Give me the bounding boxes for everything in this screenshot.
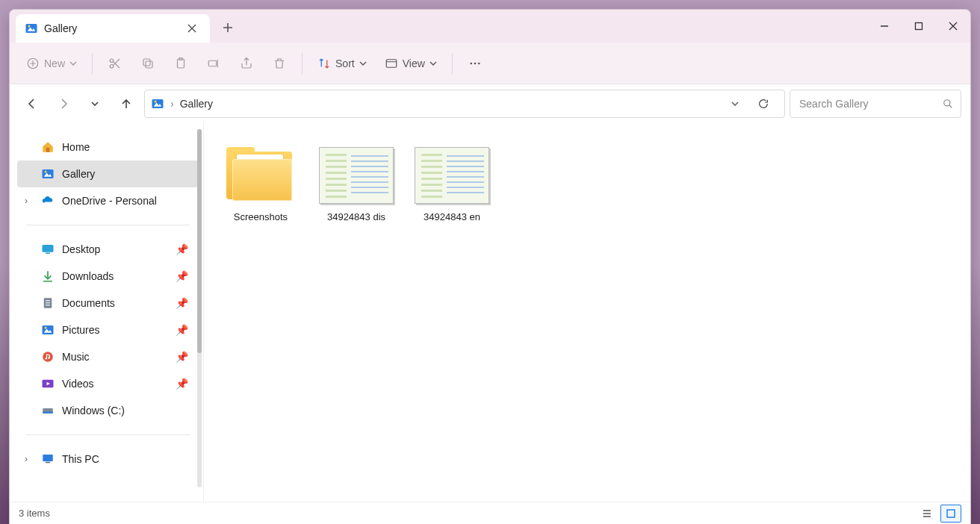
new-tab-button[interactable] [214,14,241,41]
search-box[interactable] [790,90,961,118]
svg-rect-10 [179,57,183,60]
image-item[interactable]: 34924843 en [409,141,495,227]
window-minimize-button[interactable] [867,10,902,43]
tab-close-button[interactable] [183,19,201,37]
address-bar[interactable]: › Gallery [144,90,785,118]
sidebar-item-label: Pictures [62,324,100,336]
image-thumbnail [317,146,395,205]
music-icon [41,350,55,364]
window-close-button[interactable] [936,10,970,43]
svg-point-35 [48,357,49,358]
details-view-button[interactable] [917,505,937,523]
sidebar-item-downloads[interactable]: Downloads 📌 [17,263,199,290]
file-explorer-window: Gallery New Sort [9,9,971,524]
folder-item[interactable]: Screenshots [217,141,304,227]
copy-button[interactable] [133,50,163,77]
tab-title: Gallery [44,22,183,34]
window-maximize-button[interactable] [902,10,936,43]
pictures-icon [41,323,55,337]
recent-locations-button[interactable] [81,90,108,117]
tab-bar: Gallery [10,10,970,43]
sidebar-item-desktop[interactable]: Desktop 📌 [17,236,199,263]
svg-rect-27 [46,300,50,301]
svg-point-19 [944,100,950,106]
tab-gallery[interactable]: Gallery [16,14,210,43]
share-icon [240,57,253,70]
breadcrumb-separator-icon: › [170,98,174,110]
plus-circle-icon [26,57,40,70]
sidebar-item-music[interactable]: Music 📌 [17,343,199,370]
refresh-button[interactable] [757,98,778,110]
pin-icon: 📌 [176,270,188,282]
sidebar-item-home[interactable]: Home [17,134,199,160]
view-icon [385,57,398,70]
svg-point-5 [110,59,114,63]
svg-rect-40 [43,455,53,461]
svg-rect-28 [46,302,50,303]
sidebar-item-label: This PC [62,453,99,465]
back-button[interactable] [19,90,46,117]
chevron-down-icon [359,60,367,67]
pin-icon: 📌 [176,297,188,309]
command-bar: New Sort View [10,43,970,84]
svg-rect-9 [178,59,184,68]
svg-rect-29 [46,305,50,305]
share-button[interactable] [232,50,261,77]
sidebar-item-label: Home [62,141,90,153]
image-thumbnail [413,146,491,205]
svg-point-2 [28,25,31,28]
svg-rect-24 [43,245,54,252]
sidebar-item-label: Desktop [62,243,100,255]
sidebar-divider [26,225,190,225]
chevron-down-icon [69,60,77,67]
sidebar-item-onedrive[interactable]: › OneDrive - Personal [17,187,199,214]
view-label: View [403,57,425,69]
more-button[interactable] [460,50,490,77]
sidebar-scrollbar-thumb[interactable] [197,129,202,353]
window-controls [867,10,970,43]
sidebar-item-videos[interactable]: Videos 📌 [17,370,199,397]
expand-icon[interactable]: › [25,196,28,206]
sidebar-item-label: Gallery [62,168,95,180]
expand-icon[interactable]: › [25,454,28,464]
rename-button[interactable] [199,50,229,77]
gallery-icon [151,97,164,110]
paste-button[interactable] [166,50,196,77]
explorer-body: Home Gallery › OneDrive - Personal Deskt… [10,123,970,502]
svg-rect-25 [46,253,50,255]
this-pc-icon [41,452,55,466]
sidebar-item-drive-c[interactable]: Windows (C:) [17,397,199,424]
status-count: 3 items [19,508,50,519]
sidebar-item-pictures[interactable]: Pictures 📌 [17,316,199,343]
svg-rect-8 [143,59,150,66]
svg-rect-30 [43,325,54,334]
sidebar-item-gallery[interactable]: Gallery [17,160,199,187]
sidebar-item-this-pc[interactable]: › This PC [17,446,199,472]
drive-icon [41,404,55,417]
downloads-icon [41,269,55,283]
toolbar-separator [92,53,93,74]
breadcrumb-location[interactable]: Gallery [180,98,213,110]
delete-button[interactable] [264,50,294,77]
view-button[interactable]: View [377,50,444,77]
home-icon [41,140,55,154]
svg-point-6 [110,64,114,68]
toolbar-separator [452,53,453,74]
forward-button[interactable] [50,90,77,117]
sort-button[interactable]: Sort [310,50,374,77]
navigation-pane: Home Gallery › OneDrive - Personal Deskt… [10,123,204,502]
pin-icon: 📌 [176,324,188,336]
chevron-down-icon [429,60,437,67]
up-button[interactable] [113,90,140,117]
thumbnails-view-button[interactable] [940,505,961,523]
search-input[interactable] [798,97,943,110]
svg-point-15 [478,62,480,64]
cut-button[interactable] [100,50,130,77]
items-view[interactable]: Screenshots 34924843 dis 34924843 en [204,123,970,502]
sidebar-item-documents[interactable]: Documents 📌 [17,290,199,316]
new-label: New [44,57,65,69]
image-item[interactable]: 34924843 dis [313,141,400,227]
new-button[interactable]: New [19,50,84,77]
address-history-button[interactable] [731,99,751,108]
search-icon [943,99,953,109]
